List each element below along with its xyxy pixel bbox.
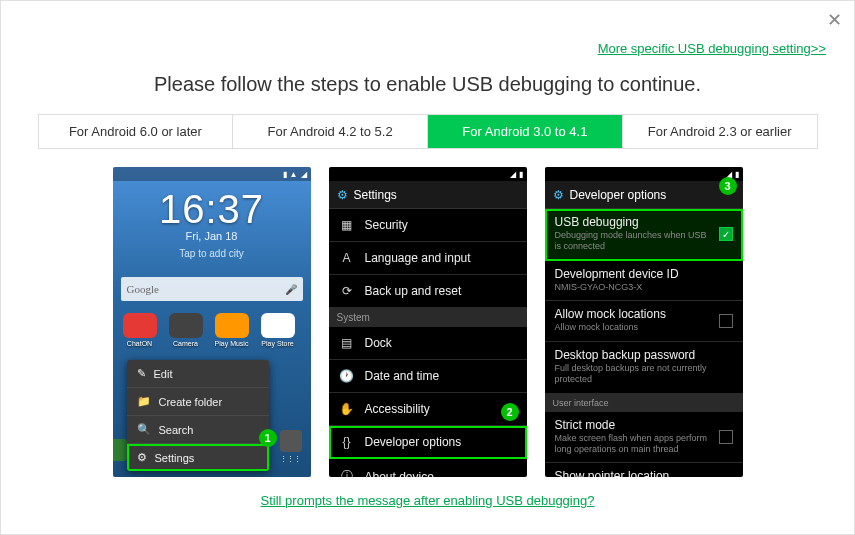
row-dock: ▤Dock: [329, 327, 527, 360]
phone-icon: [113, 439, 127, 461]
row-backup: ⟳Back up and reset: [329, 275, 527, 308]
step-badge-3: 3: [719, 177, 737, 195]
grid-icon: ▦: [339, 218, 355, 232]
phone-developer-options: ◢▮ ⚙ Developer options 3 USB debugging D…: [545, 167, 743, 477]
row-developer-options: {}Developer options: [329, 426, 527, 459]
status-bar: ▮▲◢: [113, 167, 311, 181]
refresh-icon: ⟳: [339, 284, 355, 298]
google-search-bar: Google 🎤: [121, 277, 303, 301]
clock-widget: 16:37: [113, 187, 311, 232]
tab-android-23[interactable]: For Android 2.3 or earlier: [623, 115, 817, 148]
row-language: ALanguage and input: [329, 242, 527, 275]
devopts-titlebar: ⚙ Developer options: [545, 181, 743, 209]
tab-android-30[interactable]: For Android 3.0 to 4.1: [428, 115, 623, 148]
page-heading: Please follow the steps to enable USB de…: [1, 73, 854, 96]
clock-icon: 🕐: [339, 369, 355, 383]
row-strict-mode: Strict mode Make screen flash when apps …: [545, 412, 743, 464]
app-play-store: Play Store: [261, 313, 295, 347]
row-desktop-backup: Desktop backup password Full desktop bac…: [545, 342, 743, 394]
checkbox-icon: [719, 430, 733, 444]
close-button[interactable]: ✕: [827, 9, 842, 31]
dock-right: ⋮⋮⋮: [277, 430, 305, 463]
gear-icon: ⚙: [553, 188, 564, 202]
info-icon: ⓘ: [339, 468, 355, 477]
tab-android-6[interactable]: For Android 6.0 or later: [39, 115, 234, 148]
app-play-music: Play Music: [215, 313, 249, 347]
context-menu: ✎Edit 📁Create folder 🔍Search ⚙Settings: [127, 360, 269, 471]
instruction-screenshots: ▮▲◢ 16:37 Fri, Jan 18 Tap to add city Go…: [1, 167, 854, 477]
step-badge-2: 2: [501, 403, 519, 421]
tab-android-42[interactable]: For Android 4.2 to 5.2: [233, 115, 428, 148]
gear-icon: ⚙: [137, 451, 147, 464]
row-about: ⓘAbout device: [329, 459, 527, 477]
app-row: ChatON Camera Play Music Play Store: [113, 301, 311, 347]
app-camera: Camera: [169, 313, 203, 347]
letter-icon: A: [339, 251, 355, 265]
row-security: ▦Security: [329, 209, 527, 242]
braces-icon: {}: [339, 435, 355, 449]
status-bar: ◢▮: [545, 167, 743, 181]
pencil-icon: ✎: [137, 367, 146, 380]
google-logo: Google: [127, 283, 159, 295]
menu-settings: ⚙Settings: [127, 444, 269, 471]
phone-home-screen: ▮▲◢ 16:37 Fri, Jan 18 Tap to add city Go…: [113, 167, 311, 477]
row-dev-device-id: Development device ID NMIS-GYAO-NCG3-X: [545, 261, 743, 302]
apps-label: ⋮⋮⋮: [280, 455, 301, 463]
hand-icon: ✋: [339, 402, 355, 416]
menu-edit: ✎Edit: [127, 360, 269, 388]
dock-icon: ▤: [339, 336, 355, 350]
mic-icon: 🎤: [285, 284, 297, 295]
app-chaton: ChatON: [123, 313, 157, 347]
row-usb-debugging: USB debugging Debugging mode launches wh…: [545, 209, 743, 261]
checkbox-icon: [719, 314, 733, 328]
menu-search: 🔍Search: [127, 416, 269, 444]
more-settings-link[interactable]: More specific USB debugging setting>>: [598, 41, 826, 56]
menu-create-folder: 📁Create folder: [127, 388, 269, 416]
row-accessibility: ✋Accessibility: [329, 393, 527, 426]
row-mock-locations: Allow mock locations Allow mock location…: [545, 301, 743, 342]
row-pointer-location: Show pointer location Screen overlay sho…: [545, 463, 743, 477]
still-prompts-link[interactable]: Still prompts the message after enabling…: [261, 493, 595, 508]
status-bar: ◢▮: [329, 167, 527, 181]
settings-titlebar: ⚙ Settings: [329, 181, 527, 209]
phone-settings: ◢▮ ⚙ Settings ▦Security ALanguage and in…: [329, 167, 527, 477]
tap-add-city: Tap to add city: [113, 248, 311, 259]
checkbox-checked-icon: ✓: [719, 227, 733, 241]
bottom-help-link-wrap: Still prompts the message after enabling…: [1, 491, 854, 509]
android-version-tabs: For Android 6.0 or later For Android 4.2…: [38, 114, 818, 149]
gear-icon: ⚙: [337, 188, 348, 202]
system-header: System: [329, 308, 527, 327]
step-badge-1: 1: [259, 429, 277, 447]
folder-icon: 📁: [137, 395, 151, 408]
search-icon: 🔍: [137, 423, 151, 436]
apps-drawer-icon: [280, 430, 302, 452]
ui-header: User interface: [545, 394, 743, 412]
date-label: Fri, Jan 18: [113, 230, 311, 242]
row-datetime: 🕐Date and time: [329, 360, 527, 393]
